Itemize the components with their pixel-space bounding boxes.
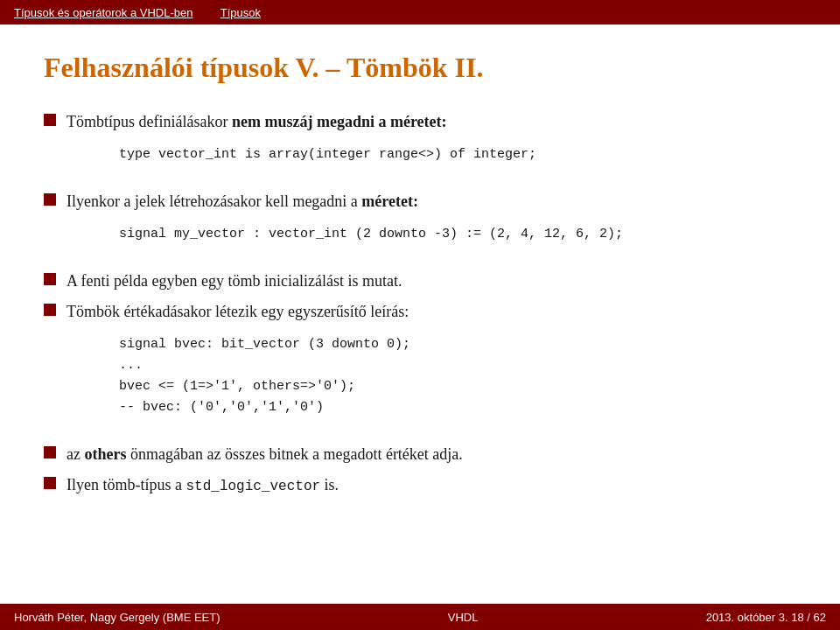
- code-block-1: type vector_int is array(integer range<>…: [119, 144, 536, 165]
- nav-link-types-operators[interactable]: Típusok és operátorok a VHDL-ben: [14, 6, 193, 19]
- code-line-4-4: -- bvec: ('0','0','1','0'): [119, 397, 410, 418]
- bullet-text-4: Tömbök értékadásakor létezik egy egyszer…: [66, 300, 410, 324]
- footer-author: Horváth Péter, Nagy Gergely (BME EET): [14, 611, 220, 624]
- footer-pagination: 2013. október 3. 18 / 62: [706, 611, 826, 624]
- bullet-icon-2: [44, 193, 56, 206]
- bold-text-1: nem muszáj megadni a méretet:: [232, 113, 447, 130]
- code-line-4-1: signal bvec: bit_vector (3 downto 0);: [119, 334, 410, 355]
- nav-separator: [204, 6, 210, 19]
- bullet-text-1: Tömbtípus definiálásakor nem muszáj mega…: [66, 110, 536, 134]
- bullet-item-2: Ilyenkor a jelek létrehozásakor kell meg…: [44, 190, 796, 256]
- footer-title: VHDL: [448, 611, 479, 624]
- inline-code-6: std_logic_vector: [186, 479, 320, 494]
- code-line-2-1: signal my_vector : vector_int (2 downto …: [119, 224, 623, 245]
- bullet-item-6: Ilyen tömb-típus a std_logic_vector is.: [44, 473, 796, 497]
- top-bar-links: Típusok és operátorok a VHDL-ben Típusok: [14, 6, 261, 19]
- bullet-icon-1: [44, 114, 56, 126]
- footer: Horváth Péter, Nagy Gergely (BME EET) VH…: [0, 604, 840, 630]
- bullet-text-2: Ilyenkor a jelek létrehozásakor kell meg…: [66, 190, 623, 214]
- nav-link-types[interactable]: Típusok: [220, 6, 261, 19]
- bullet-text-3: A fenti példa egyben egy tömb inicializá…: [66, 270, 402, 293]
- bullet-text-5: az others önmagában az összes bitnek a m…: [66, 443, 463, 466]
- bullet-item-1: Tömbtípus definiálásakor nem muszáj mega…: [44, 110, 796, 176]
- page-title: Felhasználói típusok V. – Tömbök II.: [44, 51, 796, 84]
- top-navigation-bar: Típusok és operátorok a VHDL-ben Típusok: [0, 0, 840, 24]
- code-line-1-1: type vector_int is array(integer range<>…: [119, 144, 536, 165]
- bullet-icon-5: [44, 446, 56, 458]
- main-content: Felhasználói típusok V. – Tömbök II. Töm…: [0, 24, 840, 604]
- code-block-2: signal my_vector : vector_int (2 downto …: [119, 224, 623, 245]
- bold-text-5: others: [84, 445, 126, 463]
- bullet-icon-6: [44, 477, 56, 489]
- bullet-icon-4: [44, 304, 56, 316]
- bullet-icon-3: [44, 273, 56, 285]
- code-block-4: signal bvec: bit_vector (3 downto 0); ..…: [119, 334, 410, 418]
- code-line-4-2: ...: [119, 355, 410, 376]
- code-line-4-3: bvec <= (1=>'1', others=>'0');: [119, 376, 410, 397]
- bold-text-2: méretet:: [361, 192, 418, 210]
- bullet-item-5: az others önmagában az összes bitnek a m…: [44, 443, 796, 466]
- bullet-item-3: A fenti példa egyben egy tömb inicializá…: [44, 270, 796, 293]
- bullet-item-4: Tömbök értékadásakor létezik egy egyszer…: [44, 300, 796, 429]
- bullet-text-6: Ilyen tömb-típus a std_logic_vector is.: [66, 473, 339, 497]
